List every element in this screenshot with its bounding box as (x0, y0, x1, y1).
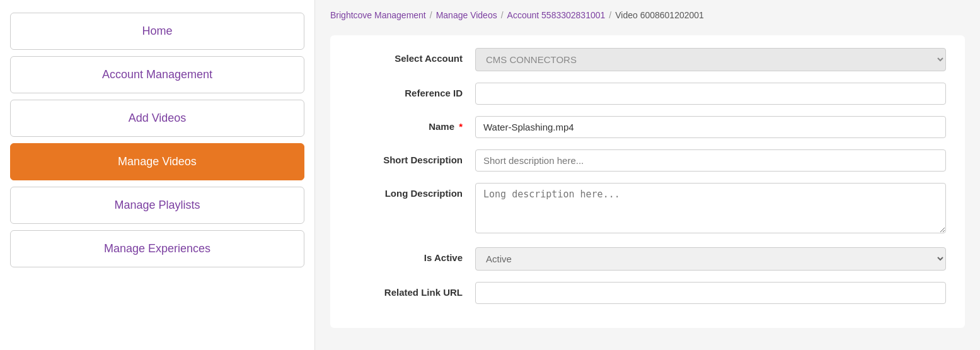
form-label-related-link-url: Related Link URL (349, 282, 475, 298)
short-description-input[interactable] (475, 149, 946, 172)
form-container: Select AccountCMS CONNECTORSReference ID… (330, 35, 965, 328)
form-label-long-description: Long Description (349, 183, 475, 199)
sidebar-item-add-videos[interactable]: Add Videos (10, 100, 304, 137)
is-active-select[interactable]: ActiveInactive (475, 247, 946, 271)
form-label-name: Name * (349, 116, 475, 132)
form-row-short-description: Short Description (349, 149, 946, 172)
form-row-long-description: Long Description (349, 183, 946, 236)
form-field-short-description (475, 149, 946, 172)
form-field-reference-id (475, 83, 946, 105)
sidebar-item-manage-experiences[interactable]: Manage Experiences (10, 230, 304, 267)
form-field-related-link-url (475, 282, 946, 304)
breadcrumb-link-1[interactable]: Manage Videos (436, 10, 497, 20)
sidebar-item-manage-playlists[interactable]: Manage Playlists (10, 187, 304, 224)
breadcrumb-current: Video 6008601202001 (615, 10, 704, 20)
required-indicator: * (456, 121, 463, 132)
sidebar: HomeAccount ManagementAdd VideosManage V… (0, 0, 315, 350)
breadcrumb-link-0[interactable]: Brightcove Management (330, 10, 426, 20)
form-label-is-active: Is Active (349, 247, 475, 263)
related-link-url-input[interactable] (475, 282, 946, 304)
form-label-reference-id: Reference ID (349, 83, 475, 98)
breadcrumb-separator: / (501, 10, 504, 20)
form-row-reference-id: Reference ID (349, 83, 946, 105)
select-account-select[interactable]: CMS CONNECTORS (475, 48, 946, 71)
form-field-is-active: ActiveInactive (475, 247, 946, 271)
form-label-select-account: Select Account (349, 48, 475, 64)
reference-id-input[interactable] (475, 83, 946, 105)
breadcrumb-link-2[interactable]: Account 5583302831001 (507, 10, 606, 20)
sidebar-item-account-management[interactable]: Account Management (10, 56, 304, 93)
breadcrumb: Brightcove Management / Manage Videos / … (330, 10, 965, 20)
breadcrumb-separator: / (430, 10, 432, 20)
form-row-select-account: Select AccountCMS CONNECTORS (349, 48, 946, 71)
breadcrumb-separator: / (609, 10, 611, 20)
form-label-short-description: Short Description (349, 149, 475, 165)
form-field-long-description (475, 183, 946, 236)
form-field-select-account: CMS CONNECTORS (475, 48, 946, 71)
sidebar-item-home[interactable]: Home (10, 13, 304, 50)
form-row-is-active: Is ActiveActiveInactive (349, 247, 946, 271)
form-row-related-link-url: Related Link URL (349, 282, 946, 304)
main-content: Brightcove Management / Manage Videos / … (315, 0, 980, 350)
name-input[interactable] (475, 116, 946, 138)
sidebar-item-manage-videos[interactable]: Manage Videos (10, 143, 304, 180)
form-field-name (475, 116, 946, 138)
form-row-name: Name * (349, 116, 946, 138)
long-description-textarea[interactable] (475, 183, 946, 233)
